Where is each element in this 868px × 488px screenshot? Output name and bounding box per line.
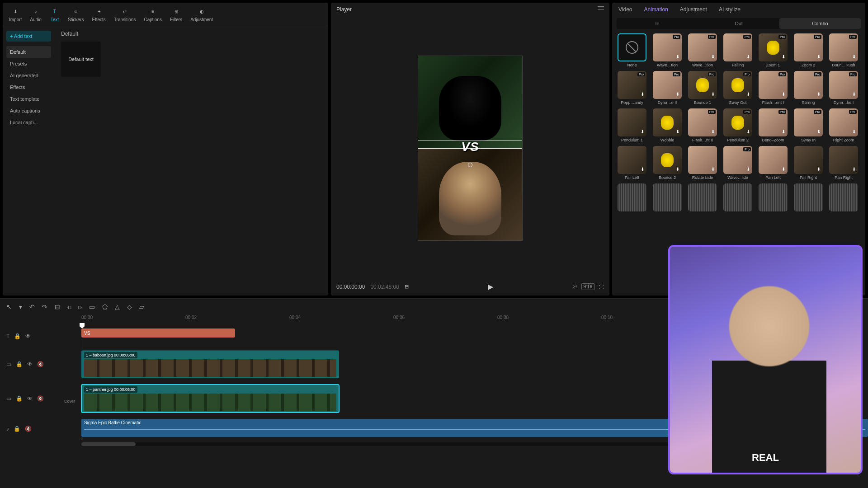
download-icon[interactable]: ⬇	[745, 129, 751, 135]
animation-thumbnail[interactable]: Pro⬇	[653, 71, 682, 99]
download-icon[interactable]: ⬇	[710, 167, 716, 173]
animation-item[interactable]	[687, 183, 718, 213]
animation-thumbnail[interactable]: Pro⬇	[759, 33, 788, 61]
sidebar-item-presets[interactable]: Presets	[6, 58, 51, 70]
download-icon[interactable]: ⬇	[780, 129, 786, 135]
animation-item[interactable]: Pro⬇Flash…ent I	[758, 71, 788, 105]
animation-item[interactable]	[793, 183, 824, 213]
animation-item[interactable]: ⬇Wobble	[652, 108, 683, 142]
animation-thumbnail[interactable]: Pro⬇	[723, 71, 752, 99]
playhead[interactable]	[82, 324, 82, 439]
download-icon[interactable]: ⬇	[851, 129, 857, 135]
download-icon[interactable]: ⬇	[816, 167, 821, 173]
warning-icon[interactable]: △	[115, 303, 120, 310]
animation-item[interactable]: Pro⬇Bend–Zoom	[758, 108, 788, 142]
download-icon[interactable]: ⬇	[675, 54, 680, 60]
media-nav-transitions[interactable]: ⇄Transitions	[114, 6, 136, 22]
animation-thumbnail[interactable]: ⬇	[759, 146, 788, 174]
animation-item[interactable]	[722, 183, 753, 213]
track-lock-icon[interactable]: 🔒	[14, 333, 21, 339]
animation-thumbnail[interactable]: Pro⬇	[723, 108, 752, 136]
animation-item[interactable]: Pro⬇Popp…andy	[617, 71, 647, 105]
default-text-template[interactable]: Default text	[61, 42, 101, 77]
track-mute-icon[interactable]: 🔇	[37, 361, 44, 367]
animation-item[interactable]: Pro⬇Zoom 1	[758, 33, 788, 67]
animation-thumbnail[interactable]: ⬇	[794, 146, 823, 174]
fullscreen-icon[interactable]: ⛶	[599, 284, 604, 290]
download-icon[interactable]: ⬇	[745, 54, 751, 60]
download-icon[interactable]: ⬇	[675, 129, 680, 135]
selection-dropdown-icon[interactable]: ▾	[19, 303, 22, 310]
animation-item[interactable]: Pro⬇Sway Out	[722, 71, 753, 105]
download-icon[interactable]: ⬇	[780, 167, 786, 173]
animation-item[interactable]: Pro⬇Bounce 1	[687, 71, 718, 105]
subtab-out[interactable]: Out	[698, 18, 779, 29]
animation-thumbnail[interactable]	[618, 183, 646, 211]
track-mute-icon[interactable]: 🔇	[37, 395, 44, 402]
animation-thumbnail[interactable]	[759, 183, 788, 211]
selection-handle-left[interactable]	[418, 143, 418, 146]
track-media-icon[interactable]: ▭	[6, 361, 11, 367]
animation-item[interactable]: ⬇Pan Left	[758, 146, 788, 180]
animation-thumbnail[interactable]: Pro⬇	[759, 71, 788, 99]
animation-thumbnail[interactable]: ⬇	[618, 146, 646, 174]
media-nav-audio[interactable]: ♪Audio	[30, 6, 42, 22]
animation-thumbnail[interactable]	[653, 183, 682, 211]
play-button[interactable]: ▶	[488, 282, 493, 291]
track-mute-icon[interactable]: 🔇	[25, 426, 32, 432]
animation-item[interactable]: ⬇Fall Left	[617, 146, 647, 180]
animation-thumbnail[interactable]: Pro⬇	[688, 71, 717, 99]
animation-thumbnail[interactable]: Pro⬇	[794, 71, 823, 99]
download-icon[interactable]: ⬇	[780, 92, 786, 98]
snapshot-icon[interactable]: ⦾	[573, 284, 577, 290]
animation-item[interactable]: Pro⬇Pendulum 2	[722, 108, 753, 142]
animation-item[interactable]	[758, 183, 788, 213]
preview-canvas[interactable]: VS	[418, 56, 523, 241]
media-clip-baboon[interactable]: 1 – baboon.jpg 00:00:05:00	[81, 350, 339, 378]
download-icon[interactable]: ⬇	[851, 167, 857, 173]
media-clip-panther[interactable]: 1 – panther.jpg 00:00:05:00	[81, 385, 339, 413]
tab-video[interactable]: Video	[618, 6, 632, 13]
animation-item[interactable]: Pro⬇Flash…nt II	[687, 108, 718, 142]
selection-handle-right[interactable]	[522, 143, 523, 146]
animation-thumbnail[interactable]	[618, 33, 646, 61]
animation-thumbnail[interactable]: ⬇	[618, 108, 646, 136]
volume-icon[interactable]: ⊟	[405, 284, 409, 290]
media-nav-text[interactable]: TText	[50, 6, 60, 22]
crop-icon[interactable]: ▱	[139, 303, 144, 310]
animation-thumbnail[interactable]: ⬇	[829, 146, 858, 174]
animation-thumbnail[interactable]: ⬇	[688, 146, 717, 174]
animation-item[interactable]: ⬇Pendulum 1	[617, 108, 647, 142]
download-icon[interactable]: ⬇	[639, 167, 645, 173]
selection-tool-icon[interactable]: ↖	[6, 303, 12, 310]
track-visibility-icon[interactable]: 👁	[27, 361, 33, 367]
aspect-ratio-button[interactable]: 9:16	[581, 283, 594, 290]
animation-item[interactable]: ⬇Rotate fade	[687, 146, 718, 180]
delete-icon[interactable]: ▭	[89, 303, 95, 310]
undo-icon[interactable]: ↶	[29, 303, 35, 310]
track-audio-icon[interactable]: ♪	[6, 426, 9, 432]
animation-item[interactable]	[652, 183, 683, 213]
animation-thumbnail[interactable]: ⬇	[653, 108, 682, 136]
animation-item[interactable]: Pro⬇Wave…lide	[722, 146, 753, 180]
download-icon[interactable]: ⬇	[851, 54, 857, 60]
animation-thumbnail[interactable]: Pro⬇	[829, 108, 858, 136]
media-nav-import[interactable]: ⬇Import	[9, 6, 22, 22]
download-icon[interactable]: ⬇	[710, 129, 716, 135]
track-lock-icon[interactable]: 🔒	[16, 395, 23, 402]
animation-thumbnail[interactable]: ⬇	[653, 146, 682, 174]
subtab-combo[interactable]: Combo	[779, 18, 861, 29]
download-icon[interactable]: ⬇	[816, 54, 821, 60]
animation-item[interactable]: ⬇Bounce 2	[652, 146, 683, 180]
track-media-icon[interactable]: ▭	[6, 395, 11, 402]
animation-thumbnail[interactable]: Pro⬇	[829, 33, 858, 61]
animation-thumbnail[interactable]	[794, 183, 823, 211]
media-nav-adjustment[interactable]: ◐Adjustment	[190, 6, 213, 22]
download-icon[interactable]: ⬇	[851, 92, 857, 98]
track-lock-icon[interactable]: 🔒	[16, 361, 23, 367]
animation-item[interactable]: ⬇Fall Right	[793, 146, 824, 180]
sidebar-item-default[interactable]: Default	[6, 46, 51, 58]
sidebar-item-ai-generated[interactable]: AI generated	[6, 70, 51, 81]
track-visibility-icon[interactable]: 👁	[25, 333, 31, 339]
track-text-icon[interactable]: T	[6, 333, 9, 339]
